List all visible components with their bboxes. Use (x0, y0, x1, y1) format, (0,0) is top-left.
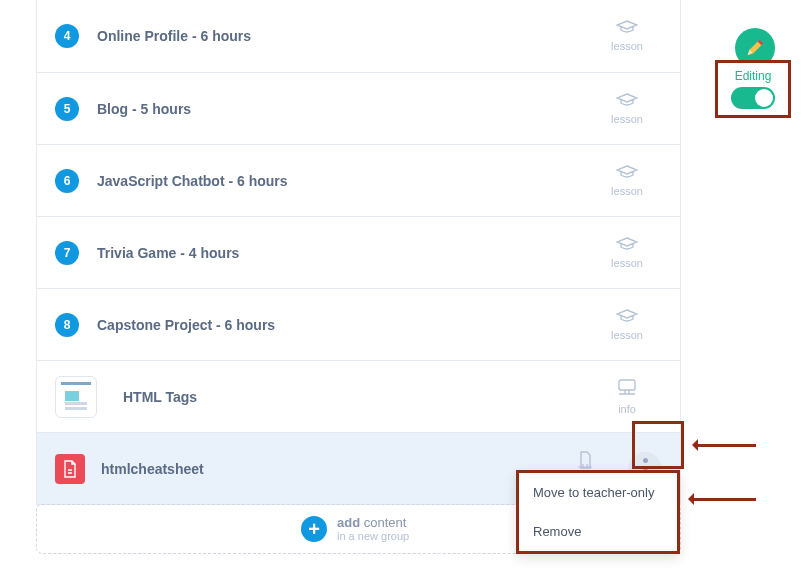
menu-move-teacher-only[interactable]: Move to teacher-only (519, 473, 677, 512)
context-menu: Move to teacher-only Remove (516, 470, 680, 554)
lesson-number-badge: 7 (55, 241, 79, 265)
lesson-row[interactable]: 6 JavaScript Chatbot - 6 hours lesson (37, 144, 680, 216)
type-indicator: lesson (592, 309, 662, 341)
type-indicator: lesson (592, 237, 662, 269)
lesson-title: JavaScript Chatbot - 6 hours (97, 173, 592, 189)
type-indicator: lesson (592, 93, 662, 125)
lesson-row[interactable]: 7 Trivia Game - 4 hours lesson (37, 216, 680, 288)
plus-icon: + (301, 516, 327, 542)
graduation-cap-icon (616, 165, 638, 183)
graduation-cap-icon (616, 237, 638, 255)
lesson-title: Online Profile - 6 hours (97, 28, 592, 44)
type-indicator: lesson (592, 165, 662, 197)
info-thumbnail (55, 376, 97, 418)
resource-title: htmlcheatsheet (101, 461, 550, 477)
graduation-cap-icon (616, 309, 638, 327)
pdf-badge (55, 454, 85, 484)
lesson-row[interactable]: 5 Blog - 5 hours lesson (37, 72, 680, 144)
graduation-cap-icon (616, 93, 638, 111)
info-title: HTML Tags (123, 389, 592, 405)
chat-bubble-icon (617, 379, 637, 401)
annotation-arrow-icon (696, 444, 756, 447)
lesson-number-badge: 6 (55, 169, 79, 193)
annotation-arrow-icon (692, 498, 756, 501)
document-icon (62, 460, 78, 478)
lesson-title: Blog - 5 hours (97, 101, 592, 117)
graduation-cap-icon (616, 20, 638, 38)
type-indicator: lesson (592, 20, 662, 52)
lesson-number-badge: 4 (55, 24, 79, 48)
type-indicator: info (592, 379, 662, 415)
page-icon (61, 382, 91, 412)
info-row[interactable]: HTML Tags info (37, 360, 680, 432)
lesson-row[interactable]: 4 Online Profile - 6 hours lesson (37, 0, 680, 72)
lesson-number-badge: 5 (55, 97, 79, 121)
editing-toggle-panel: Editing (715, 60, 791, 118)
svg-rect-0 (619, 380, 635, 390)
pencil-icon (744, 37, 766, 59)
lesson-title: Capstone Project - 6 hours (97, 317, 592, 333)
editing-label: Editing (735, 69, 772, 83)
lesson-title: Trivia Game - 4 hours (97, 245, 592, 261)
content-list: 4 Online Profile - 6 hours lesson 5 Blog… (36, 0, 681, 505)
lesson-number-badge: 8 (55, 313, 79, 337)
editing-toggle[interactable] (731, 87, 775, 109)
menu-remove[interactable]: Remove (519, 512, 677, 551)
lesson-row[interactable]: 8 Capstone Project - 6 hours lesson (37, 288, 680, 360)
